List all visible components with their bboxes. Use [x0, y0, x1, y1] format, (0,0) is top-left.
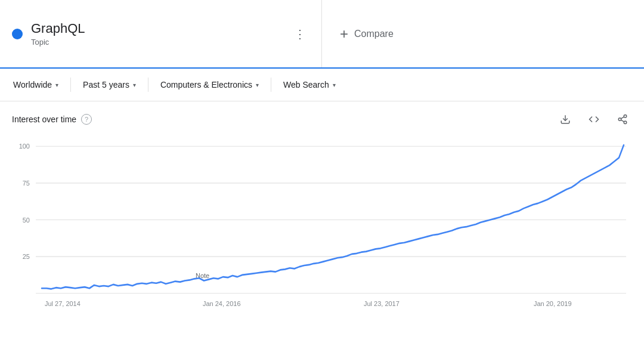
- chart-title-area: Interest over time ?: [12, 114, 92, 125]
- svg-text:Jan 20, 2019: Jan 20, 2019: [534, 300, 572, 307]
- share-button[interactable]: [613, 110, 632, 129]
- svg-point-2: [618, 118, 621, 121]
- help-icon[interactable]: ?: [81, 114, 92, 125]
- filter-region-arrow: ▾: [55, 82, 58, 88]
- svg-point-3: [624, 121, 627, 124]
- filter-category-arrow: ▾: [256, 82, 259, 88]
- more-options-button[interactable]: ⋮: [290, 24, 309, 44]
- filter-time-arrow: ▾: [133, 82, 136, 88]
- svg-text:100: 100: [19, 143, 30, 150]
- svg-text:Jul 23, 2017: Jul 23, 2017: [364, 300, 400, 307]
- filter-time[interactable]: Past 5 years ▾: [76, 76, 143, 93]
- trend-chart: 100 75 50 25 Jul 27, 2014 Jan 24, 2016 J…: [12, 134, 632, 336]
- chart-actions: [556, 110, 632, 129]
- filter-divider-2: [148, 78, 148, 92]
- compare-label: Compare: [354, 29, 394, 39]
- chart-header: Interest over time ?: [12, 110, 632, 129]
- filter-search-type-label: Web Search: [283, 80, 329, 89]
- svg-text:50: 50: [23, 216, 30, 223]
- filter-region-label: Worldwide: [13, 80, 52, 89]
- svg-point-1: [624, 115, 627, 118]
- svg-text:75: 75: [23, 180, 30, 187]
- topic-type: Topic: [31, 38, 85, 47]
- filter-region[interactable]: Worldwide ▾: [6, 76, 66, 93]
- compare-section[interactable]: + Compare: [322, 0, 644, 67]
- svg-text:Jan 24, 2016: Jan 24, 2016: [203, 300, 241, 307]
- svg-line-5: [621, 117, 624, 119]
- svg-line-4: [621, 120, 624, 122]
- filter-bar: Worldwide ▾ Past 5 years ▾ Computers & E…: [0, 69, 644, 101]
- topic-name: GraphQL: [31, 21, 85, 36]
- topic-dot: [12, 29, 23, 39]
- svg-text:25: 25: [23, 253, 30, 260]
- embed-button[interactable]: [584, 110, 603, 129]
- chart-section: Interest over time ?: [0, 101, 644, 336]
- filter-divider-3: [271, 78, 271, 92]
- filter-search-type-arrow: ▾: [333, 82, 336, 88]
- filter-time-label: Past 5 years: [83, 80, 129, 89]
- filter-divider-1: [70, 78, 71, 92]
- filter-search-type[interactable]: Web Search ▾: [276, 76, 343, 93]
- chart-container: 100 75 50 25 Jul 27, 2014 Jan 24, 2016 J…: [12, 134, 632, 336]
- filter-category-label: Computers & Electronics: [160, 80, 252, 89]
- topic-info: GraphQL Topic: [31, 21, 85, 47]
- svg-text:Jul 27, 2014: Jul 27, 2014: [45, 300, 80, 307]
- download-button[interactable]: [556, 110, 575, 129]
- compare-plus-icon: +: [340, 26, 348, 42]
- top-bar: GraphQL Topic ⋮ + Compare: [0, 0, 644, 69]
- chart-title: Interest over time: [12, 115, 76, 124]
- filter-category[interactable]: Computers & Electronics ▾: [153, 76, 266, 93]
- search-section: GraphQL Topic ⋮: [0, 0, 322, 67]
